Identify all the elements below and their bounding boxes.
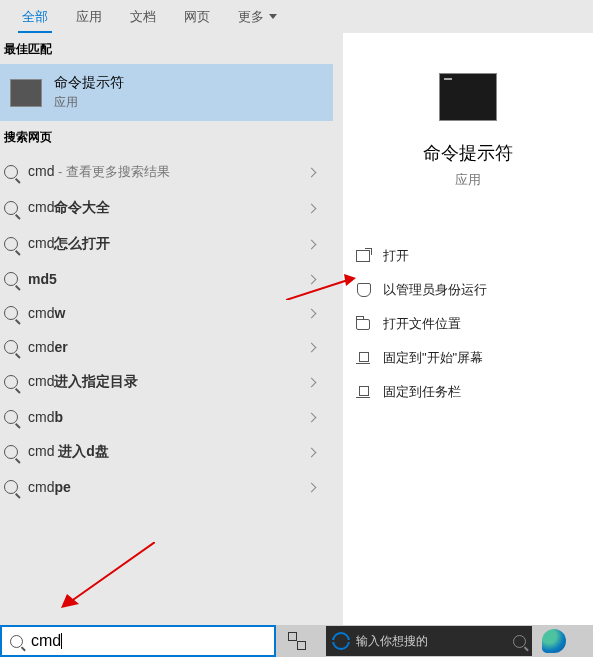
search-tabs: 全部 应用 文档 网页 更多 (0, 0, 593, 33)
search-icon (4, 410, 18, 424)
search-icon (4, 201, 18, 215)
action-folder[interactable]: 打开文件位置 (355, 307, 581, 341)
web-result-text: cmd怎么打开 (28, 235, 329, 253)
search-icon (10, 635, 23, 648)
search-icon (513, 635, 526, 648)
action-label: 固定到"开始"屏幕 (383, 349, 483, 367)
search-icon (4, 340, 18, 354)
web-result-item[interactable]: cmd 进入d盘 (0, 434, 333, 470)
action-label: 打开 (383, 247, 409, 265)
web-search-header: 搜索网页 (0, 121, 333, 150)
actions-list: 打开以管理员身份运行打开文件位置固定到"开始"屏幕固定到任务栏 (343, 239, 593, 409)
task-view-icon[interactable] (288, 632, 306, 650)
web-result-text: cmdpe (28, 479, 329, 495)
edge-icon[interactable] (542, 629, 566, 653)
preview-app-icon (439, 73, 497, 121)
web-result-item[interactable]: cmd命令大全 (0, 190, 333, 226)
action-label: 以管理员身份运行 (383, 281, 487, 299)
search-icon (4, 445, 18, 459)
preview-subtitle: 应用 (455, 171, 481, 189)
search-icon (4, 272, 18, 286)
ie-icon (332, 632, 350, 650)
web-result-text: cmd 进入d盘 (28, 443, 329, 461)
preview-title: 命令提示符 (423, 141, 513, 165)
web-result-text: cmdw (28, 305, 329, 321)
web-result-item[interactable]: cmd进入指定目录 (0, 364, 333, 400)
web-results-list: cmd - 查看更多搜索结果cmd命令大全cmd怎么打开md5cmdwcmder… (0, 154, 333, 504)
web-result-item[interactable]: md5 (0, 262, 333, 296)
results-panel: 最佳匹配 命令提示符 应用 搜索网页 cmd - 查看更多搜索结果cmd命令大全… (0, 33, 333, 625)
action-pin[interactable]: 固定到任务栏 (355, 375, 581, 409)
windows-search-box[interactable]: cmd (0, 625, 276, 657)
web-result-item[interactable]: cmdpe (0, 470, 333, 504)
cortana-placeholder: 输入你想搜的 (356, 633, 507, 650)
action-admin[interactable]: 以管理员身份运行 (355, 273, 581, 307)
action-label: 打开文件位置 (383, 315, 461, 333)
open-icon (356, 250, 370, 262)
search-icon (4, 237, 18, 251)
action-open[interactable]: 打开 (355, 239, 581, 273)
web-result-text: cmder (28, 339, 329, 355)
cmd-app-icon (10, 79, 42, 107)
web-result-item[interactable]: cmdw (0, 296, 333, 330)
tab-all[interactable]: 全部 (8, 2, 62, 32)
web-result-text: cmdb (28, 409, 329, 425)
search-icon (4, 165, 18, 179)
best-match-header: 最佳匹配 (0, 33, 333, 62)
tab-documents[interactable]: 文档 (116, 2, 170, 32)
search-input-text: cmd (31, 632, 61, 650)
best-match-item[interactable]: 命令提示符 应用 (0, 64, 333, 121)
preview-panel: 命令提示符 应用 打开以管理员身份运行打开文件位置固定到"开始"屏幕固定到任务栏 (343, 33, 593, 625)
pin-icon (356, 386, 370, 398)
best-match-title: 命令提示符 (54, 74, 124, 92)
action-label: 固定到任务栏 (383, 383, 461, 401)
tab-apps[interactable]: 应用 (62, 2, 116, 32)
web-result-item[interactable]: cmdb (0, 400, 333, 434)
web-result-item[interactable]: cmder (0, 330, 333, 364)
taskbar: cmd 输入你想搜的 (0, 625, 593, 657)
web-result-text: cmd命令大全 (28, 199, 329, 217)
search-icon (4, 480, 18, 494)
web-result-text: cmd进入指定目录 (28, 373, 329, 391)
pin-icon (356, 352, 370, 364)
web-result-item[interactable]: cmd怎么打开 (0, 226, 333, 262)
web-result-item[interactable]: cmd - 查看更多搜索结果 (0, 154, 333, 190)
chevron-down-icon (269, 14, 277, 19)
tab-web[interactable]: 网页 (170, 2, 224, 32)
search-icon (4, 375, 18, 389)
web-result-text: cmd - 查看更多搜索结果 (28, 163, 329, 181)
tab-more[interactable]: 更多 (224, 2, 291, 32)
best-match-subtitle: 应用 (54, 94, 124, 111)
cortana-search-box[interactable]: 输入你想搜的 (326, 626, 532, 656)
admin-icon (357, 283, 369, 297)
action-pin[interactable]: 固定到"开始"屏幕 (355, 341, 581, 375)
folder-icon (356, 319, 370, 330)
web-result-text: md5 (28, 271, 329, 287)
search-icon (4, 306, 18, 320)
